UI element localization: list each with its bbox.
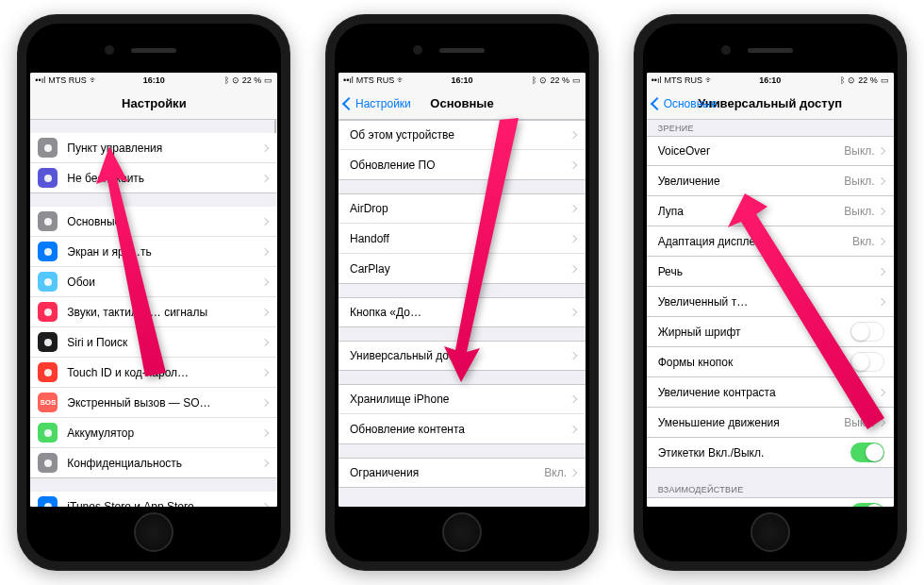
settings-row[interactable]: Экран и ярк…ть bbox=[30, 237, 277, 267]
settings-row[interactable]: Основные bbox=[30, 207, 277, 237]
chevron-right-icon bbox=[877, 147, 884, 155]
phone-mockup-2: ••ılMTS RUSᯤ 16:10 ᛒ⊙22 %▭ Настройки Осн… bbox=[325, 14, 599, 571]
settings-row[interactable]: Аккумулятор bbox=[30, 418, 277, 448]
row-label: Увеличение bbox=[658, 175, 845, 188]
settings-row[interactable]: Удобный доступ bbox=[647, 497, 894, 507]
phone-mockup-3: ••ılMTS RUSᯤ 16:10 ᛒ⊙22 %▭ Основные Унив… bbox=[634, 14, 907, 571]
row-label: Пункт управления bbox=[67, 142, 262, 155]
section-header-interaction: ВЗАИМОДЕЙСТВИЕ bbox=[647, 481, 894, 497]
row-label: Об этом устройстве bbox=[350, 128, 570, 142]
nav-bar: Основные Универсальный доступ bbox=[647, 88, 894, 120]
touch-id-icon bbox=[38, 362, 58, 382]
settings-row[interactable]: AirDrop bbox=[338, 193, 586, 224]
battery-icon: ▭ bbox=[264, 75, 272, 85]
row-value: Выкл. bbox=[844, 175, 874, 188]
settings-row[interactable]: Об этом устройстве bbox=[338, 120, 586, 150]
settings-list[interactable]: Пункт управленияНе беспокоить ОсновныеЭк… bbox=[30, 120, 277, 507]
sounds-icon bbox=[38, 302, 58, 322]
settings-row[interactable]: Уменьшение движенияВыкл. bbox=[647, 408, 894, 438]
status-bar: ••ılMTS RUSᯤ 16:10 ᛒ⊙22 %▭ bbox=[647, 73, 894, 88]
bluetooth-icon: ᛒ bbox=[532, 75, 536, 85]
chevron-right-icon bbox=[261, 277, 269, 285]
row-label: Адаптация дисплея bbox=[658, 235, 852, 248]
carrier-label: MTS RUS bbox=[356, 75, 395, 85]
home-button[interactable] bbox=[442, 512, 482, 552]
battery-percent: 22 % bbox=[550, 75, 569, 85]
settings-row[interactable]: Touch ID и код-парол… bbox=[30, 358, 277, 388]
row-label: Не беспокоить bbox=[67, 172, 262, 185]
settings-row[interactable]: Формы кнопок bbox=[647, 347, 894, 377]
settings-row[interactable]: ЛупаВыкл. bbox=[647, 196, 894, 226]
chevron-right-icon bbox=[569, 264, 577, 272]
phone-camera bbox=[105, 45, 114, 55]
settings-row[interactable]: Хранилище iPhone bbox=[338, 384, 586, 414]
toggle-switch[interactable] bbox=[850, 322, 884, 342]
svg-point-0 bbox=[44, 144, 52, 152]
control-center-icon bbox=[38, 138, 58, 158]
alarm-icon: ⊙ bbox=[848, 75, 855, 85]
settings-row[interactable]: Этикетки Вкл./Выкл. bbox=[647, 438, 894, 468]
chevron-right-icon bbox=[261, 143, 269, 151]
settings-row[interactable]: Увеличение контраста bbox=[647, 377, 894, 408]
toggle-switch[interactable] bbox=[850, 443, 884, 462]
row-label: Увеличение контраста bbox=[658, 386, 879, 399]
accessibility-list[interactable]: ЗРЕНИЕ VoiceOverВыкл.УвеличениеВыкл.Лупа… bbox=[647, 120, 894, 507]
phone-mockup-1: ••ıl MTS RUS ᯤ 16:10 ᛒ ⊙ 22 % ▭ Настройк… bbox=[17, 14, 290, 571]
settings-row[interactable]: Универсальный доступ bbox=[338, 341, 586, 371]
settings-row[interactable]: Siri и Поиск bbox=[30, 327, 277, 358]
row-label: Хранилище iPhone bbox=[350, 393, 570, 406]
settings-row[interactable]: Конфиденциальность bbox=[30, 448, 277, 478]
phone-camera bbox=[721, 45, 731, 55]
wifi-icon: ᯤ bbox=[397, 75, 405, 85]
screen-settings: ••ıl MTS RUS ᯤ 16:10 ᛒ ⊙ 22 % ▭ Настройк… bbox=[30, 73, 277, 507]
row-label: Звуки, тактильн… сигналы bbox=[67, 306, 262, 319]
row-label: Siri и Поиск bbox=[67, 336, 262, 349]
settings-row[interactable]: Обновление ПО bbox=[338, 150, 586, 180]
settings-row[interactable]: ОграниченияВкл. bbox=[338, 458, 586, 488]
row-value: Вкл. bbox=[544, 466, 567, 479]
chevron-right-icon bbox=[261, 459, 269, 466]
general-icon bbox=[38, 211, 58, 231]
chevron-right-icon bbox=[569, 205, 577, 212]
settings-row[interactable]: Пункт управления bbox=[30, 133, 277, 163]
row-label: Универсальный доступ bbox=[350, 349, 570, 362]
back-button[interactable]: Основные bbox=[652, 97, 718, 110]
settings-row[interactable]: Жирный шрифт bbox=[647, 317, 894, 347]
toggle-switch[interactable] bbox=[850, 352, 884, 372]
screen-accessibility: ••ılMTS RUSᯤ 16:10 ᛒ⊙22 %▭ Основные Унив… bbox=[647, 73, 894, 507]
status-bar: ••ılMTS RUSᯤ 16:10 ᛒ⊙22 %▭ bbox=[338, 73, 586, 88]
nav-bar: Настройки bbox=[30, 88, 277, 120]
settings-row[interactable]: Адаптация дисплеяВкл. bbox=[647, 226, 894, 257]
do-not-disturb-icon bbox=[38, 168, 58, 188]
settings-row[interactable]: VoiceOverВыкл. bbox=[647, 136, 894, 166]
home-button[interactable] bbox=[134, 512, 173, 552]
settings-row[interactable]: Кнопка «До… bbox=[338, 297, 586, 327]
home-button[interactable] bbox=[751, 512, 790, 552]
settings-row[interactable]: УвеличениеВыкл. bbox=[647, 166, 894, 196]
chevron-right-icon bbox=[569, 131, 577, 139]
back-button[interactable]: Настройки bbox=[344, 97, 411, 110]
settings-row[interactable]: CarPlay bbox=[338, 254, 586, 284]
settings-row[interactable]: Звуки, тактильн… сигналы bbox=[30, 297, 277, 327]
settings-row[interactable]: Обновление контента bbox=[338, 414, 586, 444]
battery-percent: 22 % bbox=[858, 75, 878, 85]
section-header-vision: ЗРЕНИЕ bbox=[647, 120, 894, 136]
siri-icon bbox=[38, 332, 58, 352]
chevron-right-icon bbox=[569, 395, 577, 403]
settings-row[interactable]: Речь bbox=[647, 257, 894, 287]
wifi-icon: ᯤ bbox=[705, 75, 714, 85]
settings-row[interactable]: Handoff bbox=[338, 224, 586, 254]
settings-row[interactable]: Не беспокоить bbox=[30, 163, 277, 193]
settings-row[interactable]: Обои bbox=[30, 267, 277, 297]
row-label: Жирный шрифт bbox=[658, 326, 850, 339]
settings-row[interactable]: Увеличенный т… bbox=[647, 287, 894, 317]
row-label: Лупа bbox=[658, 205, 845, 218]
settings-row[interactable]: iTunes Store и App Store bbox=[30, 492, 277, 507]
settings-row[interactable]: SOSЭкстренный вызов — SO… bbox=[30, 388, 277, 418]
general-list[interactable]: Об этом устройствеОбновление ПО AirDropH… bbox=[338, 120, 586, 507]
chevron-right-icon bbox=[261, 428, 269, 436]
chevron-right-icon bbox=[569, 469, 577, 476]
toggle-switch[interactable] bbox=[850, 503, 884, 508]
row-label: Ограничения bbox=[350, 466, 544, 479]
row-value: Выкл. bbox=[844, 416, 874, 429]
